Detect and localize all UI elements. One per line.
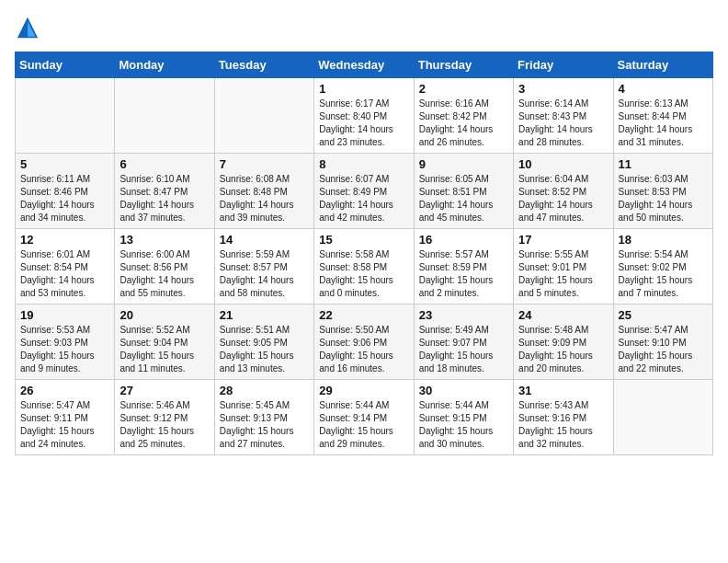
calendar-cell: 31Sunrise: 5:43 AM Sunset: 9:16 PM Dayli… — [514, 380, 613, 455]
day-info: Sunrise: 5:54 AM Sunset: 9:02 PM Dayligh… — [619, 248, 708, 300]
day-number: 1 — [319, 82, 408, 96]
calendar-cell: 16Sunrise: 5:57 AM Sunset: 8:59 PM Dayli… — [414, 229, 513, 304]
day-info: Sunrise: 5:43 AM Sunset: 9:16 PM Dayligh… — [518, 399, 608, 451]
calendar-cell — [115, 78, 214, 154]
calendar-cell: 10Sunrise: 6:04 AM Sunset: 8:52 PM Dayli… — [514, 154, 613, 229]
day-number: 13 — [119, 233, 209, 247]
weekday-header: Monday — [115, 52, 214, 78]
calendar-cell: 12Sunrise: 6:01 AM Sunset: 8:54 PM Dayli… — [16, 229, 115, 304]
calendar-cell: 1Sunrise: 6:17 AM Sunset: 8:40 PM Daylig… — [314, 78, 414, 154]
calendar-cell: 15Sunrise: 5:58 AM Sunset: 8:58 PM Dayli… — [314, 229, 414, 304]
day-info: Sunrise: 6:17 AM Sunset: 8:40 PM Dayligh… — [319, 98, 408, 149]
calendar-cell: 13Sunrise: 6:00 AM Sunset: 8:56 PM Dayli… — [115, 229, 214, 304]
day-number: 25 — [619, 308, 708, 322]
day-number: 11 — [619, 157, 708, 171]
day-number: 21 — [220, 308, 309, 322]
day-number: 16 — [419, 233, 508, 247]
day-info: Sunrise: 5:53 AM Sunset: 9:03 PM Dayligh… — [20, 324, 109, 375]
day-info: Sunrise: 6:07 AM Sunset: 8:49 PM Dayligh… — [319, 173, 408, 224]
calendar-cell: 26Sunrise: 5:47 AM Sunset: 9:11 PM Dayli… — [16, 380, 115, 455]
day-number: 22 — [319, 308, 408, 322]
weekday-header: Thursday — [414, 52, 513, 78]
calendar-cell: 11Sunrise: 6:03 AM Sunset: 8:53 PM Dayli… — [613, 154, 712, 229]
day-info: Sunrise: 5:48 AM Sunset: 9:09 PM Dayligh… — [518, 324, 608, 375]
day-info: Sunrise: 6:04 AM Sunset: 8:52 PM Dayligh… — [518, 173, 608, 224]
day-number: 3 — [518, 82, 608, 96]
day-number: 28 — [220, 384, 309, 397]
day-info: Sunrise: 5:46 AM Sunset: 9:12 PM Dayligh… — [119, 399, 209, 451]
day-number: 9 — [419, 157, 508, 171]
day-info: Sunrise: 6:05 AM Sunset: 8:51 PM Dayligh… — [419, 173, 508, 224]
day-info: Sunrise: 6:03 AM Sunset: 8:53 PM Dayligh… — [619, 173, 708, 224]
day-number: 2 — [419, 82, 508, 96]
calendar-cell: 2Sunrise: 6:16 AM Sunset: 8:42 PM Daylig… — [414, 78, 513, 154]
day-info: Sunrise: 6:11 AM Sunset: 8:46 PM Dayligh… — [20, 173, 109, 224]
day-info: Sunrise: 5:50 AM Sunset: 9:06 PM Dayligh… — [319, 324, 408, 375]
day-number: 19 — [20, 308, 109, 322]
calendar-cell: 19Sunrise: 5:53 AM Sunset: 9:03 PM Dayli… — [16, 304, 115, 380]
weekday-header: Saturday — [613, 52, 712, 78]
day-info: Sunrise: 5:59 AM Sunset: 8:57 PM Dayligh… — [220, 248, 309, 300]
day-info: Sunrise: 6:01 AM Sunset: 8:54 PM Dayligh… — [20, 248, 109, 300]
calendar-cell — [214, 78, 313, 154]
calendar-cell: 14Sunrise: 5:59 AM Sunset: 8:57 PM Dayli… — [214, 229, 313, 304]
day-info: Sunrise: 5:58 AM Sunset: 8:58 PM Dayligh… — [319, 248, 408, 300]
weekday-header-row: SundayMondayTuesdayWednesdayThursdayFrid… — [16, 52, 713, 78]
calendar-week-row: 12Sunrise: 6:01 AM Sunset: 8:54 PM Dayli… — [16, 229, 713, 304]
day-number: 8 — [319, 157, 408, 171]
day-info: Sunrise: 5:47 AM Sunset: 9:10 PM Dayligh… — [619, 324, 708, 375]
day-info: Sunrise: 5:52 AM Sunset: 9:04 PM Dayligh… — [119, 324, 209, 375]
calendar-cell: 6Sunrise: 6:10 AM Sunset: 8:47 PM Daylig… — [115, 154, 214, 229]
calendar-cell: 8Sunrise: 6:07 AM Sunset: 8:49 PM Daylig… — [314, 154, 414, 229]
calendar-cell: 22Sunrise: 5:50 AM Sunset: 9:06 PM Dayli… — [314, 304, 414, 380]
calendar-cell: 29Sunrise: 5:44 AM Sunset: 9:14 PM Dayli… — [314, 380, 414, 455]
calendar-cell: 4Sunrise: 6:13 AM Sunset: 8:44 PM Daylig… — [613, 78, 712, 154]
day-number: 18 — [619, 233, 708, 247]
day-number: 6 — [119, 157, 209, 171]
day-number: 26 — [20, 384, 109, 397]
day-number: 17 — [518, 233, 608, 247]
calendar-week-row: 1Sunrise: 6:17 AM Sunset: 8:40 PM Daylig… — [16, 78, 713, 154]
day-info: Sunrise: 5:57 AM Sunset: 8:59 PM Dayligh… — [419, 248, 508, 300]
day-info: Sunrise: 5:55 AM Sunset: 9:01 PM Dayligh… — [518, 248, 608, 300]
day-number: 29 — [319, 384, 408, 397]
calendar-cell: 5Sunrise: 6:11 AM Sunset: 8:46 PM Daylig… — [16, 154, 115, 229]
day-info: Sunrise: 6:13 AM Sunset: 8:44 PM Dayligh… — [619, 98, 708, 149]
day-info: Sunrise: 5:47 AM Sunset: 9:11 PM Dayligh… — [20, 399, 109, 451]
day-info: Sunrise: 5:49 AM Sunset: 9:07 PM Dayligh… — [419, 324, 508, 375]
day-number: 23 — [419, 308, 508, 322]
day-number: 31 — [518, 384, 608, 397]
calendar-cell: 9Sunrise: 6:05 AM Sunset: 8:51 PM Daylig… — [414, 154, 513, 229]
calendar-cell: 23Sunrise: 5:49 AM Sunset: 9:07 PM Dayli… — [414, 304, 513, 380]
day-number: 15 — [319, 233, 408, 247]
day-number: 20 — [119, 308, 209, 322]
weekday-header: Friday — [514, 52, 613, 78]
day-info: Sunrise: 5:45 AM Sunset: 9:13 PM Dayligh… — [220, 399, 309, 451]
day-number: 4 — [619, 82, 708, 96]
day-info: Sunrise: 6:08 AM Sunset: 8:48 PM Dayligh… — [220, 173, 309, 224]
calendar-cell: 17Sunrise: 5:55 AM Sunset: 9:01 PM Dayli… — [514, 229, 613, 304]
calendar-table: SundayMondayTuesdayWednesdayThursdayFrid… — [15, 52, 713, 455]
calendar-cell: 3Sunrise: 6:14 AM Sunset: 8:43 PM Daylig… — [514, 78, 613, 154]
calendar-cell: 7Sunrise: 6:08 AM Sunset: 8:48 PM Daylig… — [214, 154, 313, 229]
weekday-header: Sunday — [16, 52, 115, 78]
weekday-header: Tuesday — [214, 52, 313, 78]
day-number: 14 — [220, 233, 309, 247]
calendar-cell: 28Sunrise: 5:45 AM Sunset: 9:13 PM Dayli… — [214, 380, 313, 455]
day-number: 30 — [419, 384, 508, 397]
calendar-cell: 24Sunrise: 5:48 AM Sunset: 9:09 PM Dayli… — [514, 304, 613, 380]
day-number: 5 — [20, 157, 109, 171]
weekday-header: Wednesday — [314, 52, 414, 78]
day-number: 7 — [220, 157, 309, 171]
day-info: Sunrise: 6:16 AM Sunset: 8:42 PM Dayligh… — [419, 98, 508, 149]
day-info: Sunrise: 5:44 AM Sunset: 9:14 PM Dayligh… — [319, 399, 408, 451]
day-number: 27 — [119, 384, 209, 397]
calendar-cell: 20Sunrise: 5:52 AM Sunset: 9:04 PM Dayli… — [115, 304, 214, 380]
day-number: 10 — [518, 157, 608, 171]
calendar-cell: 27Sunrise: 5:46 AM Sunset: 9:12 PM Dayli… — [115, 380, 214, 455]
calendar-cell: 25Sunrise: 5:47 AM Sunset: 9:10 PM Dayli… — [613, 304, 712, 380]
page-header — [15, 15, 713, 40]
logo — [15, 15, 44, 40]
calendar-week-row: 19Sunrise: 5:53 AM Sunset: 9:03 PM Dayli… — [16, 304, 713, 380]
logo-icon — [15, 15, 40, 40]
